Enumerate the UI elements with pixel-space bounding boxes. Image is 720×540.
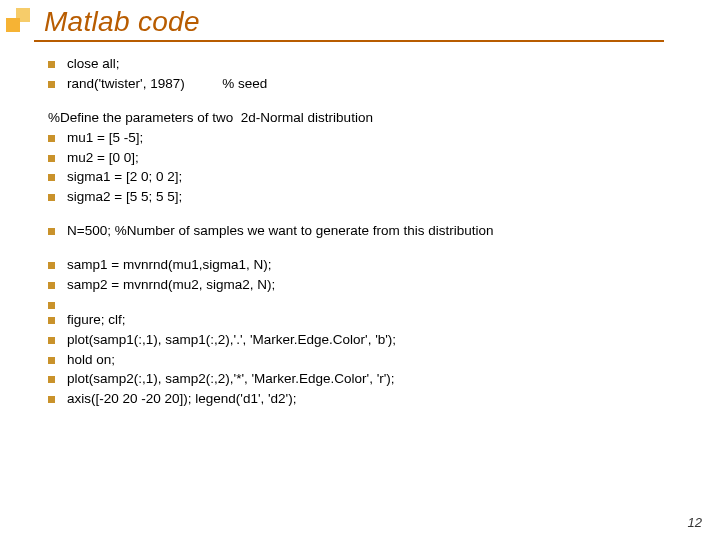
code-text: samp2 = mvnrnd(mu2, sigma2, N); xyxy=(67,277,275,294)
code-text: plot(samp1(:,1), samp1(:,2),'.', 'Marker… xyxy=(67,332,396,349)
title-decoration-icon xyxy=(6,8,36,36)
code-text: hold on; xyxy=(67,352,115,369)
code-line: samp2 = mvnrnd(mu2, sigma2, N); xyxy=(48,277,720,294)
code-line: rand('twister', 1987) % seed xyxy=(48,76,720,93)
code-text: mu2 = [0 0]; xyxy=(67,150,139,167)
code-line: axis([-20 20 -20 20]); legend('d1', 'd2'… xyxy=(48,391,720,408)
code-comment-line: %Define the parameters of two 2d-Normal … xyxy=(48,110,720,127)
code-text: figure; clf; xyxy=(67,312,126,329)
title-underline xyxy=(34,40,664,42)
code-text: samp1 = mvnrnd(mu1,sigma1, N); xyxy=(67,257,271,274)
bullet-icon xyxy=(48,337,55,344)
bullet-icon xyxy=(48,282,55,289)
title-row: Matlab code xyxy=(0,0,720,38)
code-line xyxy=(48,297,720,309)
blank-line xyxy=(48,96,720,110)
bullet-icon xyxy=(48,302,55,309)
blank-line xyxy=(48,209,720,223)
code-text: close all; xyxy=(67,56,120,73)
code-text: N=500; %Number of samples we want to gen… xyxy=(67,223,494,240)
page-number: 12 xyxy=(688,515,702,530)
code-text: plot(samp2(:,1), samp2(:,2),'*', 'Marker… xyxy=(67,371,395,388)
bullet-icon xyxy=(48,194,55,201)
bullet-icon xyxy=(48,155,55,162)
code-text: mu1 = [5 -5]; xyxy=(67,130,143,147)
bullet-icon xyxy=(48,174,55,181)
code-line: sigma1 = [2 0; 0 2]; xyxy=(48,169,720,186)
code-text: sigma2 = [5 5; 5 5]; xyxy=(67,189,182,206)
code-line: plot(samp2(:,1), samp2(:,2),'*', 'Marker… xyxy=(48,371,720,388)
code-line: mu1 = [5 -5]; xyxy=(48,130,720,147)
code-line: hold on; xyxy=(48,352,720,369)
code-line: sigma2 = [5 5; 5 5]; xyxy=(48,189,720,206)
bullet-icon xyxy=(48,135,55,142)
code-line: close all; xyxy=(48,56,720,73)
code-body: close all;rand('twister', 1987) % seed%D… xyxy=(0,56,720,408)
bullet-icon xyxy=(48,376,55,383)
bullet-icon xyxy=(48,396,55,403)
slide-title: Matlab code xyxy=(44,6,200,38)
bullet-icon xyxy=(48,61,55,68)
code-line: plot(samp1(:,1), samp1(:,2),'.', 'Marker… xyxy=(48,332,720,349)
blank-line xyxy=(48,243,720,257)
code-text: rand('twister', 1987) % seed xyxy=(67,76,267,93)
bullet-icon xyxy=(48,317,55,324)
bullet-icon xyxy=(48,357,55,364)
bullet-icon xyxy=(48,262,55,269)
code-line: N=500; %Number of samples we want to gen… xyxy=(48,223,720,240)
code-text: sigma1 = [2 0; 0 2]; xyxy=(67,169,182,186)
code-line: figure; clf; xyxy=(48,312,720,329)
code-text: axis([-20 20 -20 20]); legend('d1', 'd2'… xyxy=(67,391,296,408)
bullet-icon xyxy=(48,81,55,88)
code-line: samp1 = mvnrnd(mu1,sigma1, N); xyxy=(48,257,720,274)
bullet-icon xyxy=(48,228,55,235)
code-line: mu2 = [0 0]; xyxy=(48,150,720,167)
